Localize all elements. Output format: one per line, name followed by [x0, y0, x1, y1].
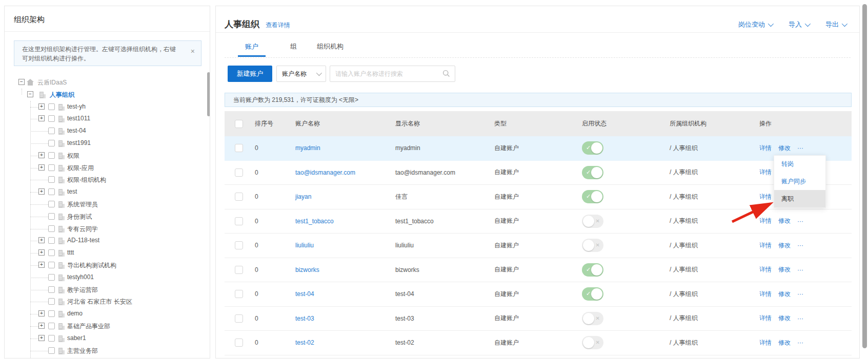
page-scrollbar[interactable]	[862, 4, 867, 348]
op-more-button[interactable]: ···	[797, 339, 803, 346]
tree-item[interactable]: test1011	[5, 113, 210, 125]
account-name-link[interactable]: myadmin	[295, 144, 320, 152]
tree-item[interactable]: testyh001	[5, 271, 210, 284]
tree-item[interactable]: 基础产品事业部	[5, 320, 210, 332]
enable-toggle[interactable]	[582, 336, 603, 349]
tab-org-units[interactable]: 组织机构	[310, 38, 351, 57]
tree-checkbox[interactable]	[48, 335, 55, 342]
op-edit-link[interactable]: 修改	[778, 314, 791, 323]
tree-item-label[interactable]: test-04	[67, 127, 86, 134]
tree-item-label[interactable]: tttt	[67, 249, 74, 256]
tree-item-label[interactable]: test	[67, 188, 77, 195]
tree-expander-plus-icon[interactable]	[38, 188, 45, 195]
tree-item[interactable]: test	[5, 186, 210, 198]
op-detail-link[interactable]: 详情	[759, 290, 772, 299]
tree-checkbox[interactable]	[48, 286, 55, 293]
row-checkbox[interactable]	[235, 314, 243, 323]
tree-item[interactable]: demo	[5, 308, 210, 320]
op-edit-link[interactable]: 修改	[778, 290, 791, 299]
tree-item-label[interactable]: saber1	[67, 334, 86, 342]
tree-checkbox[interactable]	[48, 188, 55, 195]
op-edit-link[interactable]: 修改	[778, 241, 791, 250]
tree-expander-plus-icon[interactable]	[38, 335, 45, 341]
tree-item[interactable]: test-04	[5, 125, 210, 137]
op-more-button[interactable]: ···	[797, 242, 803, 249]
op-detail-link[interactable]: 详情	[759, 241, 772, 250]
tree-item[interactable]: 专有云同学	[5, 223, 210, 235]
tree-item-label[interactable]: 教学运营部	[67, 286, 98, 294]
view-detail-link[interactable]: 查看详情	[266, 21, 290, 30]
op-more-button[interactable]: ···	[797, 218, 803, 225]
tree-expander-plus-icon[interactable]	[38, 103, 45, 110]
tree-checkbox[interactable]	[48, 201, 55, 207]
account-name-link[interactable]: test-02	[295, 339, 314, 346]
tree-item[interactable]: 主营业务部	[5, 345, 210, 357]
import-dropdown[interactable]: 导入	[789, 20, 809, 29]
row-checkbox[interactable]	[235, 290, 243, 298]
tree-item-label[interactable]: 基础产品事业部	[67, 322, 110, 331]
tree-expander-plus-icon[interactable]	[38, 152, 45, 158]
tree-checkbox[interactable]	[48, 176, 55, 183]
tree-item-label[interactable]: 云盾IDaaS	[37, 78, 67, 87]
account-name-link[interactable]: test-04	[295, 290, 314, 298]
tree-item-label[interactable]: test-yh	[67, 103, 86, 110]
tree-item-label[interactable]: 主营业务部	[67, 347, 98, 355]
tree-item-label[interactable]: 系统管理员	[67, 200, 98, 209]
tree-checkbox[interactable]	[48, 298, 55, 305]
tree-item-label[interactable]: 权限-组织机构	[67, 176, 106, 184]
tree-item[interactable]: 教学运营部	[5, 284, 210, 296]
new-account-button[interactable]: 新建账户	[228, 66, 272, 82]
enable-toggle[interactable]	[582, 141, 603, 155]
tree-item[interactable]: saber1	[5, 332, 210, 345]
account-name-link[interactable]: jiayan	[295, 193, 311, 200]
row-checkbox[interactable]	[235, 266, 243, 274]
tree-item-label[interactable]: demo	[67, 310, 83, 317]
row-checkbox[interactable]	[235, 217, 243, 225]
op-edit-link[interactable]: 修改	[778, 339, 791, 347]
enable-toggle[interactable]	[582, 263, 603, 277]
tree-checkbox[interactable]	[48, 310, 55, 317]
row-checkbox[interactable]	[235, 168, 243, 177]
tree-checkbox[interactable]	[48, 213, 55, 220]
tree-item-label[interactable]: 身份测试	[67, 213, 92, 221]
tree-checkbox[interactable]	[48, 347, 55, 354]
tree-item[interactable]: AD-118-test	[5, 235, 210, 247]
op-edit-link[interactable]: 修改	[778, 265, 791, 274]
op-detail-link[interactable]: 详情	[759, 217, 772, 225]
tree-item[interactable]: 河北省 石家庄市 长安区	[5, 295, 210, 308]
tab-groups[interactable]: 组	[283, 38, 304, 57]
menu-item-account-sync[interactable]: 账户同步	[774, 173, 825, 191]
tree-item-label[interactable]: 权限-应用	[67, 164, 94, 173]
account-name-link[interactable]: liuliuliu	[295, 242, 314, 249]
tree-item[interactable]: test-yh	[5, 101, 210, 113]
enable-toggle[interactable]	[582, 312, 603, 325]
close-icon[interactable]: ×	[191, 48, 195, 55]
menu-item-transfer[interactable]: 转岗	[774, 156, 825, 173]
account-name-link[interactable]: test1_tobacco	[295, 218, 334, 225]
tree-item-label[interactable]: 导出机构测试机构	[67, 261, 116, 270]
tree-item[interactable]: tttt	[5, 247, 210, 259]
tree-checkbox[interactable]	[48, 140, 55, 146]
tree-expander-plus-icon[interactable]	[38, 310, 45, 316]
tree-item-label[interactable]: 人事组织	[50, 91, 74, 99]
filter-select[interactable]: 账户名称	[276, 66, 326, 82]
tab-accounts[interactable]: 账户	[238, 38, 266, 57]
op-detail-link[interactable]: 详情	[759, 168, 772, 177]
row-checkbox[interactable]	[235, 144, 243, 152]
tree-item-label[interactable]: testyh001	[67, 273, 94, 281]
op-more-button[interactable]: ···	[797, 266, 803, 273]
op-detail-link[interactable]: 详情	[759, 144, 772, 153]
tree-item[interactable]: 权限	[5, 150, 210, 162]
tree-checkbox[interactable]	[48, 262, 55, 268]
row-checkbox[interactable]	[235, 339, 243, 347]
op-detail-link[interactable]: 详情	[759, 193, 772, 201]
export-dropdown[interactable]: 导出	[825, 20, 846, 29]
tree-checkbox[interactable]	[48, 128, 55, 134]
tree-item[interactable]: 云盾IDaaS	[5, 76, 210, 89]
position-change-dropdown[interactable]: 岗位变动	[738, 20, 772, 29]
tree-item-label[interactable]: 河北省 石家庄市 长安区	[67, 298, 132, 306]
enable-toggle[interactable]	[582, 215, 603, 228]
tree-expander-plus-icon[interactable]	[38, 115, 45, 121]
tree-item-label[interactable]: 专有云同学	[67, 225, 98, 234]
op-edit-link[interactable]: 修改	[778, 144, 791, 153]
